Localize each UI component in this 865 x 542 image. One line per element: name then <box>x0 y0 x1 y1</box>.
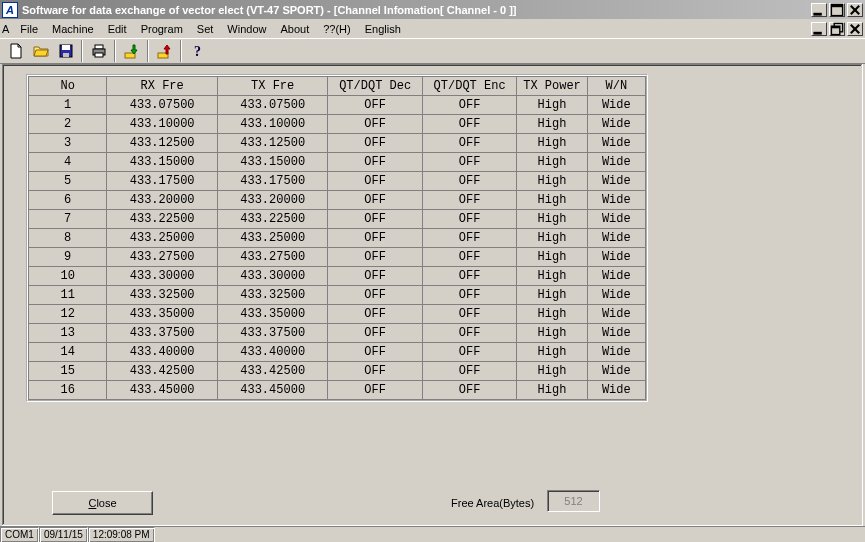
cell-no[interactable]: 11 <box>29 286 107 305</box>
table-row[interactable]: 2433.10000433.10000OFFOFFHighWide <box>29 115 646 134</box>
cell-wn[interactable]: Wide <box>587 191 645 210</box>
cell-rx[interactable]: 433.30000 <box>107 267 218 286</box>
cell-wn[interactable]: Wide <box>587 115 645 134</box>
save-button[interactable] <box>54 40 77 62</box>
cell-dec[interactable]: OFF <box>328 172 422 191</box>
close-window-button[interactable] <box>847 3 863 17</box>
cell-rx[interactable]: 433.40000 <box>107 343 218 362</box>
cell-no[interactable]: 15 <box>29 362 107 381</box>
cell-wn[interactable]: Wide <box>587 305 645 324</box>
cell-rx[interactable]: 433.17500 <box>107 172 218 191</box>
table-row[interactable]: 5433.17500433.17500OFFOFFHighWide <box>29 172 646 191</box>
cell-rx[interactable]: 433.27500 <box>107 248 218 267</box>
cell-pow[interactable]: High <box>517 267 587 286</box>
cell-rx[interactable]: 433.15000 <box>107 153 218 172</box>
cell-dec[interactable]: OFF <box>328 305 422 324</box>
help-button[interactable]: ? <box>186 40 209 62</box>
cell-dec[interactable]: OFF <box>328 248 422 267</box>
cell-pow[interactable]: High <box>517 191 587 210</box>
cell-wn[interactable]: Wide <box>587 381 645 400</box>
table-row[interactable]: 12433.35000433.35000OFFOFFHighWide <box>29 305 646 324</box>
cell-enc[interactable]: OFF <box>422 229 516 248</box>
cell-enc[interactable]: OFF <box>422 210 516 229</box>
table-row[interactable]: 1433.07500433.07500OFFOFFHighWide <box>29 96 646 115</box>
cell-enc[interactable]: OFF <box>422 381 516 400</box>
cell-dec[interactable]: OFF <box>328 210 422 229</box>
cell-tx[interactable]: 433.20000 <box>217 191 328 210</box>
cell-pow[interactable]: High <box>517 172 587 191</box>
cell-wn[interactable]: Wide <box>587 248 645 267</box>
cell-no[interactable]: 14 <box>29 343 107 362</box>
cell-enc[interactable]: OFF <box>422 134 516 153</box>
cell-enc[interactable]: OFF <box>422 343 516 362</box>
cell-wn[interactable]: Wide <box>587 343 645 362</box>
cell-rx[interactable]: 433.10000 <box>107 115 218 134</box>
cell-wn[interactable]: Wide <box>587 96 645 115</box>
cell-rx[interactable]: 433.20000 <box>107 191 218 210</box>
menu-set[interactable]: Set <box>190 21 221 37</box>
table-row[interactable]: 7433.22500433.22500OFFOFFHighWide <box>29 210 646 229</box>
table-row[interactable]: 10433.30000433.30000OFFOFFHighWide <box>29 267 646 286</box>
cell-pow[interactable]: High <box>517 381 587 400</box>
cell-no[interactable]: 3 <box>29 134 107 153</box>
menu-window[interactable]: Window <box>220 21 273 37</box>
cell-tx[interactable]: 433.40000 <box>217 343 328 362</box>
cell-enc[interactable]: OFF <box>422 324 516 343</box>
cell-dec[interactable]: OFF <box>328 286 422 305</box>
cell-no[interactable]: 12 <box>29 305 107 324</box>
cell-pow[interactable]: High <box>517 229 587 248</box>
cell-enc[interactable]: OFF <box>422 153 516 172</box>
cell-tx[interactable]: 433.12500 <box>217 134 328 153</box>
cell-dec[interactable]: OFF <box>328 191 422 210</box>
cell-wn[interactable]: Wide <box>587 153 645 172</box>
channel-table[interactable]: No RX Fre TX Fre QT/DQT Dec QT/DQT Enc T… <box>28 76 646 400</box>
print-button[interactable] <box>87 40 110 62</box>
maximize-button[interactable] <box>829 3 845 17</box>
cell-pow[interactable]: High <box>517 115 587 134</box>
cell-rx[interactable]: 433.37500 <box>107 324 218 343</box>
menu-program[interactable]: Program <box>134 21 190 37</box>
open-button[interactable] <box>29 40 52 62</box>
table-row[interactable]: 15433.42500433.42500OFFOFFHighWide <box>29 362 646 381</box>
cell-tx[interactable]: 433.22500 <box>217 210 328 229</box>
cell-tx[interactable]: 433.37500 <box>217 324 328 343</box>
cell-enc[interactable]: OFF <box>422 96 516 115</box>
cell-pow[interactable]: High <box>517 286 587 305</box>
cell-wn[interactable]: Wide <box>587 172 645 191</box>
cell-tx[interactable]: 433.45000 <box>217 381 328 400</box>
cell-enc[interactable]: OFF <box>422 267 516 286</box>
cell-pow[interactable]: High <box>517 305 587 324</box>
cell-tx[interactable]: 433.17500 <box>217 172 328 191</box>
cell-no[interactable]: 9 <box>29 248 107 267</box>
new-button[interactable] <box>4 40 27 62</box>
menu-english[interactable]: English <box>358 21 408 37</box>
cell-enc[interactable]: OFF <box>422 305 516 324</box>
cell-dec[interactable]: OFF <box>328 96 422 115</box>
cell-enc[interactable]: OFF <box>422 248 516 267</box>
menu-unknown[interactable]: ??(H) <box>316 21 358 37</box>
table-row[interactable]: 11433.32500433.32500OFFOFFHighWide <box>29 286 646 305</box>
menu-machine[interactable]: Machine <box>45 21 101 37</box>
cell-rx[interactable]: 433.35000 <box>107 305 218 324</box>
cell-dec[interactable]: OFF <box>328 115 422 134</box>
cell-no[interactable]: 5 <box>29 172 107 191</box>
cell-dec[interactable]: OFF <box>328 229 422 248</box>
table-row[interactable]: 8433.25000433.25000OFFOFFHighWide <box>29 229 646 248</box>
menu-about[interactable]: About <box>273 21 316 37</box>
table-row[interactable]: 9433.27500433.27500OFFOFFHighWide <box>29 248 646 267</box>
cell-dec[interactable]: OFF <box>328 267 422 286</box>
cell-wn[interactable]: Wide <box>587 229 645 248</box>
cell-tx[interactable]: 433.25000 <box>217 229 328 248</box>
cell-dec[interactable]: OFF <box>328 153 422 172</box>
cell-rx[interactable]: 433.42500 <box>107 362 218 381</box>
cell-dec[interactable]: OFF <box>328 343 422 362</box>
cell-wn[interactable]: Wide <box>587 286 645 305</box>
cell-pow[interactable]: High <box>517 324 587 343</box>
minimize-button[interactable] <box>811 3 827 17</box>
menu-file[interactable]: File <box>13 21 45 37</box>
cell-no[interactable]: 8 <box>29 229 107 248</box>
close-button[interactable]: Close <box>52 491 153 515</box>
cell-dec[interactable]: OFF <box>328 134 422 153</box>
cell-pow[interactable]: High <box>517 210 587 229</box>
table-row[interactable]: 4433.15000433.15000OFFOFFHighWide <box>29 153 646 172</box>
